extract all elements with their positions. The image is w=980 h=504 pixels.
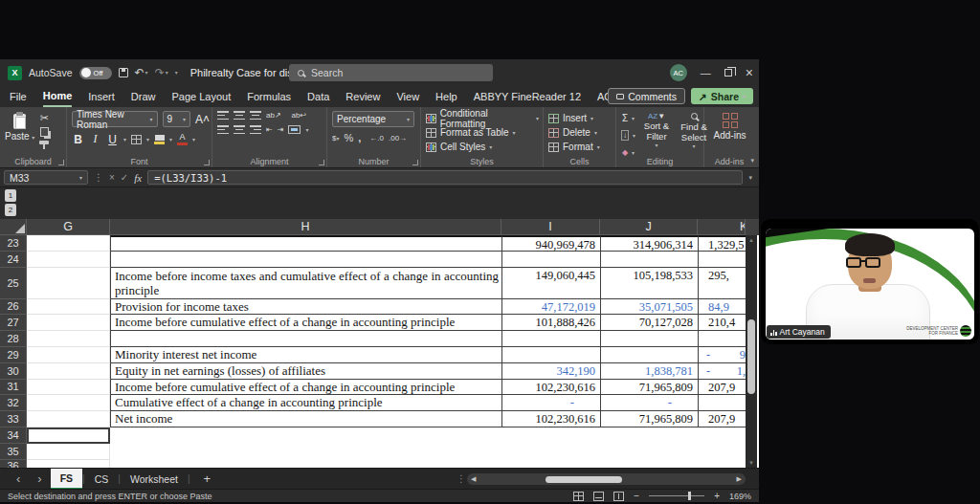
cell-H31[interactable]: Income before cumulative effect of a cha… [110,380,501,396]
vertical-scrollbar[interactable]: ▲ ▼ [746,235,757,468]
font-color-button[interactable]: A [177,133,188,145]
cell-H28[interactable] [110,331,501,347]
cell-I26[interactable]: 47,172,019 [501,299,600,316]
page-layout-view-icon[interactable] [593,492,604,501]
share-button[interactable]: ↗ Share ▾ [691,88,753,104]
align-middle-icon[interactable] [234,111,245,120]
cell-I34[interactable] [501,427,600,444]
insert-cells-button[interactable]: Insert▾ [548,111,612,125]
cell-G29[interactable] [27,347,110,363]
search-input[interactable]: Search [289,64,493,81]
page-break-view-icon[interactable] [613,492,624,501]
row-header-34[interactable]: 34 [0,427,27,444]
cell-J30[interactable]: 1,838,781 [600,363,698,380]
copy-icon[interactable] [40,127,49,137]
row-header-35[interactable]: 35 [0,444,27,460]
tab-home[interactable]: Home [43,86,73,107]
row-header-24[interactable]: 24 [0,252,27,268]
row-header-29[interactable]: 29 [0,347,27,363]
cell-H32[interactable]: Cumulative effect of a change in account… [110,395,501,411]
outline-level-2-button[interactable]: 2 [5,204,16,216]
cell-I32[interactable]: - [501,395,600,411]
undo-button[interactable]: ↶▾ [135,67,148,78]
font-size-select[interactable]: 9▾ [163,111,190,127]
tab-file[interactable]: File [10,86,27,107]
excel-app-icon[interactable]: X [8,66,22,80]
minimize-button[interactable]: — [701,67,711,78]
italic-button[interactable]: I [89,132,101,146]
align-right-icon[interactable] [250,125,261,134]
column-header-I[interactable]: I [501,219,600,235]
cell-G26[interactable] [27,299,110,316]
cell-K32[interactable] [698,395,746,411]
row-header-25[interactable]: 25 [0,268,27,299]
cell-G33[interactable] [27,411,110,427]
tab-review[interactable]: Review [345,86,380,107]
fill-button[interactable]: ↓▾ [621,128,635,142]
cell-J31[interactable]: 71,965,809 [600,380,698,396]
cell-G34[interactable] [27,427,110,444]
outline-level-1-button[interactable]: 1 [5,189,16,202]
addins-button[interactable]: Add-ins [709,113,750,141]
tab-draw[interactable]: Draw [131,86,156,107]
cell-H30[interactable]: Equity in net earnings (losses) of affil… [110,363,501,380]
row-header-28[interactable]: 28 [0,331,27,347]
tab-splitter-icon[interactable]: ⋮ [457,473,466,484]
cell-K30[interactable]: -1, [698,363,746,380]
previous-sheet-icon[interactable]: ‹ [8,471,29,486]
cell-H35[interactable] [110,444,501,460]
horizontal-scrollbar[interactable]: ◀ ▶ [467,473,746,485]
cell-G25[interactable] [27,268,110,299]
increase-decimal-icon[interactable]: ←.0 [369,134,384,142]
comments-button[interactable]: Comments [608,88,685,104]
cell-J28[interactable] [600,331,698,347]
tab-page-layout[interactable]: Page Layout [171,86,231,107]
cell-J32[interactable]: - [600,395,698,411]
cell-J29[interactable] [600,347,698,363]
cell-G35[interactable] [27,444,110,460]
cell-H36[interactable] [110,460,501,468]
cell-K24[interactable] [698,252,746,268]
row-header-26[interactable]: 26 [0,299,27,316]
cell-I23[interactable]: 940,969,478 [501,235,600,252]
align-center-icon[interactable] [234,125,245,134]
cell-I30[interactable]: 342,190 [501,363,600,380]
cell-H23[interactable] [110,235,501,252]
restore-button[interactable] [724,69,732,77]
cell-J25[interactable]: 105,198,533 [600,268,698,299]
paste-button[interactable]: Paste ▾ [5,114,34,142]
conditional-formatting-button[interactable]: Conditional Formatting▾ [426,111,539,125]
cell-J24[interactable] [600,252,698,268]
scroll-left-icon[interactable]: ◀ [471,475,476,483]
align-top-icon[interactable] [217,111,229,120]
new-sheet-button[interactable]: + [204,471,212,486]
tab-abbyy-finereader-12[interactable]: ABBYY FineReader 12 [474,86,581,107]
zoom-slider[interactable] [649,495,704,496]
cell-J34[interactable] [600,427,698,444]
cell-J35[interactable] [600,444,698,460]
column-header-G[interactable]: G [27,219,110,235]
row-header-23[interactable]: 23 [0,235,27,252]
tab-data[interactable]: Data [307,86,329,107]
comma-style-icon[interactable]: , [358,133,361,143]
cell-I27[interactable]: 101,888,426 [501,315,600,331]
cell-K29[interactable]: -9 [698,347,746,363]
avatar[interactable]: AC [670,64,687,81]
font-dialog-launcher[interactable] [204,160,210,165]
cell-K27[interactable]: 210,4 [698,315,746,331]
cell-H27[interactable]: Income before cumulative effect of a cha… [110,315,501,331]
zoom-in-icon[interactable]: + [714,491,720,501]
cell-I24[interactable] [501,252,600,268]
accounting-format-icon[interactable]: $▾ [332,134,339,142]
scroll-right-icon[interactable]: ▶ [737,475,742,483]
decrease-indent-icon[interactable]: ⇤ [266,125,273,134]
cell-I35[interactable] [501,444,600,460]
confirm-entry-icon[interactable]: ✓ [121,172,128,183]
number-format-select[interactable]: Percentage▾ [332,111,414,127]
horizontal-scroll-thumb[interactable] [546,476,622,483]
font-family-select[interactable]: Times New Roman▾ [72,111,158,127]
row-header-31[interactable]: 31 [0,380,27,396]
zoom-out-icon[interactable]: − [634,491,639,501]
cell-G24[interactable] [27,252,110,268]
cut-icon[interactable]: ✂ [40,113,49,123]
